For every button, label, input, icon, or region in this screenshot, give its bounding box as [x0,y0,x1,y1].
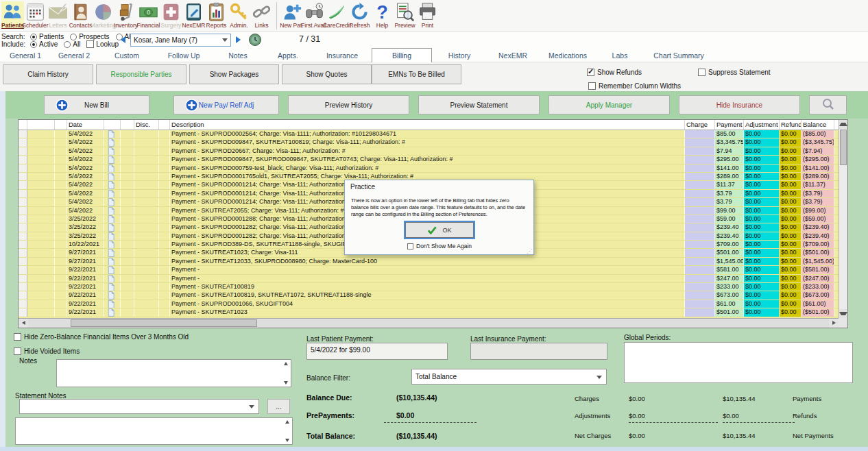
textarea-scroll-arrows[interactable] [283,419,291,443]
row-selector[interactable] [19,130,27,138]
document-icon[interactable] [108,258,117,265]
statement-notes-dropdown[interactable] [19,399,259,414]
toolbar-item-scheduler[interactable]: Scheduler [24,1,47,29]
include-radio-all[interactable]: All [64,40,80,48]
search-button[interactable] [809,95,847,114]
ledger-row[interactable]: 9/22/2021Payment -$581.00$0.00$0.00($581… [19,266,839,274]
tab-insurance[interactable]: Insurance [313,49,372,62]
toolbar-item-nexemr[interactable]: NexEMR [182,1,205,29]
preview-statement-button[interactable]: Preview Statement [418,95,540,114]
row-selector[interactable] [19,291,27,299]
ledger-row[interactable]: 9/22/2021Payment - SKUTREAT1023$501.00$0… [19,308,839,317]
toolbar-item-new-pat[interactable]: New Pat. [280,1,303,29]
horiz-scroll-thumb[interactable] [71,319,257,327]
column-header-disc[interactable]: Disc. [134,120,159,130]
toolbar-item-preview[interactable]: Preview [394,1,416,29]
ledger-row[interactable]: 9/22/2021Payment - SKUTREAT100819$233.00… [19,283,839,291]
tab-billing[interactable]: Billing [372,48,432,62]
row-selector[interactable] [19,223,27,231]
row-selector[interactable] [19,164,27,172]
emns-to-be-billed-button[interactable]: EMNs To Be Billed [372,64,461,84]
claim-history-button[interactable]: Claim History [3,64,93,84]
document-icon[interactable] [108,283,117,291]
row-selector[interactable] [19,308,27,316]
document-icon[interactable] [108,266,117,273]
tab-nexemr[interactable]: NexEMR [487,49,539,62]
statement-notes-more-button[interactable]: ... [267,399,290,414]
ledger-row[interactable]: 9/22/2021Payment - SKUTREAT100819, SKUTR… [19,291,839,300]
row-selector[interactable] [19,156,27,163]
show-packages-button[interactable]: Show Packages [189,64,279,84]
toolbar-item-marketing[interactable]: Marketing [92,1,114,29]
show-quotes-button[interactable]: Show Quotes [282,64,372,84]
scroll-left-button[interactable] [19,319,28,328]
row-selector[interactable] [19,266,27,273]
row-selector[interactable] [19,215,27,223]
notes-textarea[interactable] [56,359,291,387]
toolbar-item-admin[interactable]: Admin. [228,1,250,29]
toolbar-item-inventory[interactable]: Inventory [114,1,137,29]
column-header-description[interactable]: Description [170,120,685,130]
include-radio-active[interactable]: Active [30,40,58,48]
ledger-row[interactable]: 5/4/2022Payment - SKUPROD000759-test_bla… [19,164,839,173]
tab-follow-up[interactable]: Follow Up [155,49,213,62]
textarea-scroll-arrows[interactable] [282,361,290,386]
document-icon[interactable] [108,275,117,282]
tab-labs[interactable]: Labs [596,49,643,62]
show-refunds-checkbox[interactable]: Show Refunds [587,69,642,76]
toolbar-item-print[interactable]: Print [416,1,439,29]
document-icon[interactable] [108,164,117,172]
ledger-row[interactable]: 5/4/2022Payment - SKUPROD20667; Charge: … [19,147,839,156]
search-radio-patients[interactable]: Patients [30,33,64,40]
scroll-right-button[interactable] [829,319,839,328]
tab-history[interactable]: History [432,49,487,62]
document-icon[interactable] [108,198,117,206]
column-header-adjustment[interactable]: Adjustment [744,120,780,130]
toolbar-item-reports[interactable]: Reports [205,1,228,29]
toolbar-item-refresh[interactable]: Refresh [348,1,371,29]
document-icon[interactable] [108,241,117,248]
row-selector[interactable] [19,232,27,240]
responsible-parties-button[interactable]: Responsible Parties [96,64,186,84]
ledger-row[interactable]: 5/4/2022Payment - SKUPROD009847, SKUTREA… [19,138,839,147]
hide-voided-items-checkbox[interactable]: Hide Voided Items [14,348,80,355]
toolbar-item-letters[interactable]: Letters [47,1,69,29]
tab-medications[interactable]: Medications [539,49,596,62]
row-selector[interactable] [19,241,27,248]
hide-insurance-button[interactable]: Hide Insurance [679,95,800,114]
column-header-balance[interactable]: Balance [801,120,834,130]
scroll-up-button[interactable] [839,120,847,129]
row-selector[interactable] [19,173,27,180]
document-icon[interactable] [108,291,117,299]
horiz-scrollbar[interactable] [19,318,839,328]
new-bill-button[interactable]: New Bill [44,95,149,114]
toolbar-item-carecredit[interactable]: CareCredit [326,1,348,29]
tab-appts[interactable]: Appts. [263,49,313,62]
next-patient-button[interactable] [236,36,241,45]
document-icon[interactable] [108,249,117,256]
row-selector[interactable] [19,198,27,206]
document-icon[interactable] [108,181,117,188]
vertical-scroll-thumb[interactable] [840,130,847,165]
tab-notes[interactable]: Notes [213,49,263,62]
document-icon[interactable] [108,207,117,215]
row-selector[interactable] [19,181,27,188]
document-icon[interactable] [108,308,117,316]
global-periods-box[interactable] [624,342,853,383]
row-selector[interactable] [19,249,27,256]
apply-manager-button[interactable]: Apply Manager [548,95,670,114]
document-icon[interactable] [108,173,117,180]
row-selector[interactable] [19,138,27,146]
column-header-refund[interactable]: Refund [780,120,801,130]
document-icon[interactable] [108,147,117,155]
column-header-charge[interactable]: Charge [685,120,715,130]
dont-show-again-checkbox[interactable]: Don't Show Me Again [407,243,472,249]
tab-general-2[interactable]: General 2 [49,49,99,62]
toolbar-item-surgery[interactable]: Surgery [160,1,182,29]
ledger-row[interactable]: 9/22/2021Payment - SKUPROD001066, SKUGIF… [19,300,839,308]
row-selector[interactable] [19,258,27,265]
document-icon[interactable] [108,300,117,308]
preview-history-button[interactable]: Preview History [288,95,409,114]
row-selector[interactable] [19,207,27,215]
ok-button[interactable]: OK [405,222,474,238]
